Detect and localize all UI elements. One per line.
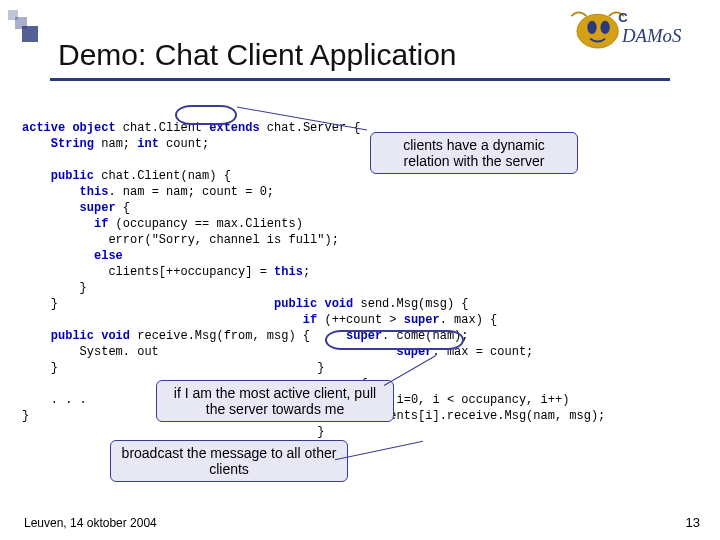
callout-active-client: if I am the most active client, pull the… xyxy=(156,380,394,422)
callout-dynamic-relation: clients have a dynamic relation with the… xyxy=(370,132,578,174)
title-underline xyxy=(50,78,670,81)
callout-broadcast: broadcast the message to all other clien… xyxy=(110,440,348,482)
svg-point-2 xyxy=(600,21,609,34)
footer-date: Leuven, 14 oktober 2004 xyxy=(24,516,157,530)
svg-text:DAMoS: DAMoS xyxy=(621,25,682,46)
svg-text:C: C xyxy=(618,10,628,25)
svg-point-0 xyxy=(577,14,618,48)
codamos-logo: DAMoS C xyxy=(562,6,712,60)
svg-point-1 xyxy=(587,21,596,34)
highlight-super-come xyxy=(325,330,464,350)
slide-number: 13 xyxy=(686,515,700,530)
slide-title: Demo: Chat Client Application xyxy=(58,38,457,72)
highlight-extends xyxy=(175,105,237,125)
